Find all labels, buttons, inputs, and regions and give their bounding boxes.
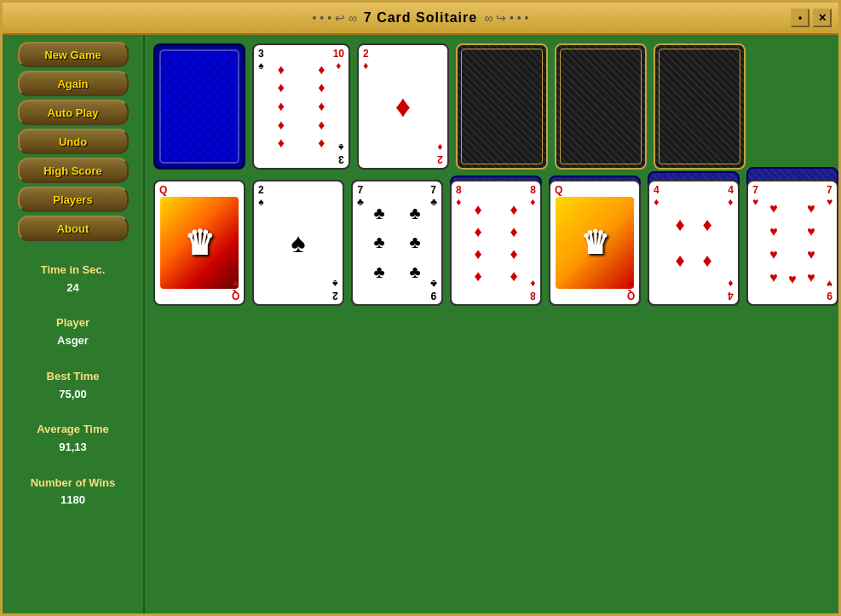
minimize-button[interactable]: • [791,9,809,27]
high-score-button[interactable]: High Score [18,158,129,183]
tableau-col-4[interactable]: 8♦ 8♦ ♦♦ ♦♦ ♦♦ ♦♦ 8♦ [450,180,542,367]
avg-time-value: 91,13 [59,440,87,453]
top-row: 3♠ 10♦ ♦♦ ♦♦ ♦♦ ♦♦ ♦♦ 3♠ 2♦ ♦ 2♦ [153,43,838,170]
card-rank-br: 8♦ [530,277,536,302]
card-pip-center: ♠ [291,227,306,259]
card-pips: ♦♦ ♦♦ ♦♦ ♦♦ ♦♦ [261,60,342,153]
card-rank-tl: 2♦ [363,48,369,72]
tableau-col-1[interactable]: Q♥ ♛ Q♥ [153,180,245,350]
sidebar: New Game Again Auto Play Undo High Score… [3,35,143,616]
face-card-art: ♛ [160,197,239,289]
card-pips: ♣♣ ♣♣ ♣♣ [361,199,433,287]
new-game-button[interactable]: New Game [18,42,129,67]
card-rank-br: Q♥ [627,277,635,302]
card-pips: ♦♦ ♦♦ ♦♦ ♦♦ [460,199,532,287]
avg-time-label: Average Time [37,423,109,435]
card-rank-br: 9♥ [827,277,832,302]
card-2diamonds[interactable]: 2♦ ♦ 2♦ [357,43,449,170]
main-layout: New Game Again Auto Play Undo High Score… [3,35,838,616]
card-2spades[interactable]: 2♠ ♠ 2♠ [252,180,344,306]
game-area[interactable]: 3♠ 10♦ ♦♦ ♦♦ ♦♦ ♦♦ ♦♦ 3♠ 2♦ ♦ 2♦ [143,35,841,616]
title-deco-right: ∞ ↪ • • • [484,11,528,25]
player-value: Asger [57,334,89,347]
foundation-slot-3[interactable] [654,43,746,170]
card-rank-br: 3♠ [338,141,344,165]
title-deco-left: • • • ↩ ∞ [313,11,357,25]
card-rank-br: 4♦ [728,277,734,302]
card-pip-extra: ♥ [788,272,797,287]
tableau-col-3[interactable]: 7♣ 7♣ ♣♣ ♣♣ ♣♣ 9♣ [351,180,443,367]
card-rank-br: 2♦ [437,141,443,165]
card-queen-clubs[interactable]: Q♥ ♛ Q♥ [549,180,641,306]
card-rank-tl: 2♠ [258,184,264,209]
tableau-col-6[interactable]: 4♦ 4♦ ♦♦ ♦♦ 4♦ [648,180,740,367]
wins-label: Number of Wins [31,476,116,489]
wins-value: 1180 [60,493,85,506]
draw-pile[interactable] [153,43,245,170]
best-time-value: 75,00 [59,388,87,400]
card-pips: ♦♦ ♦♦ [666,207,721,279]
time-value: 24 [66,281,78,294]
undo-button[interactable]: Undo [18,129,129,154]
foundation-slot-1[interactable] [456,43,548,170]
card-pip-center: ♦ [395,89,411,124]
tableau-col-2[interactable]: 2♠ ♠ 2♠ [252,180,344,350]
stats-panel: Time in Sec. 24 Player Asger Best Time 7… [9,262,136,509]
card-8diamonds[interactable]: 8♦ 8♦ ♦♦ ♦♦ ♦♦ ♦♦ 8♦ [450,180,542,306]
tableau-col-7[interactable]: 7♥ 7♥ ♥♥ ♥♥ ♥♥ ♥♥ ♥ 9♥ [746,180,838,401]
title-bar: • • • ↩ ∞ 7 Card Solitaire ∞ ↪ • • • • ✕ [3,3,838,35]
best-time-label: Best Time [47,370,100,383]
tableau-row: Q♥ ♛ Q♥ 2♠ ♠ 2♠ 7♣ [153,180,838,401]
foundation-slot-2[interactable] [555,43,647,170]
window-controls: • ✕ [791,9,832,27]
card-7clubs-6clubs[interactable]: 7♣ 7♣ ♣♣ ♣♣ ♣♣ 9♣ [351,180,443,306]
tableau-col-5[interactable]: Q♥ ♛ Q♥ [549,180,641,367]
card-queen-hearts[interactable]: Q♥ ♛ Q♥ [153,180,245,306]
close-button[interactable]: ✕ [813,9,832,27]
again-button[interactable]: Again [18,71,129,96]
window-title: 7 Card Solitaire [364,10,477,26]
time-label: Time in Sec. [41,263,106,276]
card-rank-br: 2♠ [332,277,338,302]
card-rank-tl: 4♦ [654,184,660,209]
card-4diamonds[interactable]: 4♦ 4♦ ♦♦ ♦♦ 4♦ [648,180,740,306]
card-rank-br: 9♣ [430,277,437,302]
card-3spades-10diamonds[interactable]: 3♠ 10♦ ♦♦ ♦♦ ♦♦ ♦♦ ♦♦ 3♠ [252,43,350,170]
player-label: Player [56,316,89,329]
card-hearts-combo[interactable]: 7♥ 7♥ ♥♥ ♥♥ ♥♥ ♥♥ ♥ 9♥ [746,180,838,306]
players-button[interactable]: Players [18,187,129,212]
about-button[interactable]: About [18,216,129,241]
card-rank-br: Q♥ [232,277,239,302]
card-rank-tr: 4♦ [728,184,734,209]
face-card-art: ♛ [556,197,634,289]
auto-play-button[interactable]: Auto Play [18,100,129,125]
